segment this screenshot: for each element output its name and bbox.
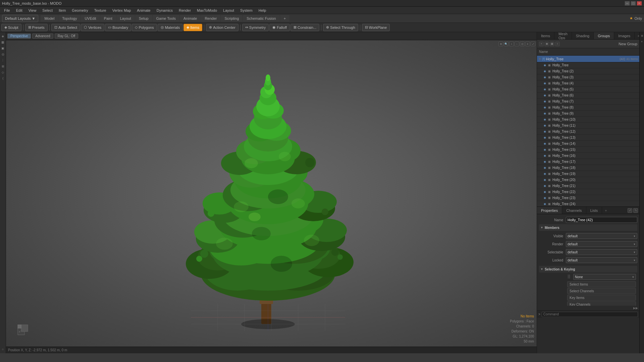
holly-tree-group[interactable]: ▼ [f] Holly_Tree (42) 41 Items	[537, 56, 639, 62]
tab-paint[interactable]: Paint	[100, 15, 116, 22]
advanced-button[interactable]: Advanced	[32, 34, 53, 39]
item-row[interactable]: ◉ ▦ Holly_Tree (15)	[537, 147, 639, 153]
select-through-button[interactable]: ⊕ Select Through	[323, 24, 358, 31]
menu-maxtomodo[interactable]: MaxToModo	[194, 8, 220, 13]
perspective-button[interactable]: Perspective	[7, 34, 31, 39]
left-btn-6[interactable]: ⊞	[0, 64, 6, 69]
group-add-icon[interactable]: +	[539, 42, 544, 46]
select-channels-button[interactable]: Select Channels	[567, 288, 636, 294]
selectable-dropdown[interactable]: default	[566, 249, 637, 255]
vp-btn-more[interactable]: ≡	[525, 42, 530, 46]
lists-tab[interactable]: Lists	[586, 207, 602, 214]
viewport-mini-cube[interactable]: F	[16, 323, 30, 337]
workplane-button[interactable]: ⊟ WorkPlane	[362, 24, 390, 31]
tab-items[interactable]: Items	[537, 32, 554, 39]
select-items-button[interactable]: Select Items	[567, 281, 636, 287]
channels-tab[interactable]: Channels	[562, 207, 586, 214]
menu-geometry[interactable]: Geometry	[69, 8, 91, 13]
vp-btn-settings[interactable]: ⚙	[498, 42, 503, 46]
keying-none-dropdown[interactable]: None	[573, 274, 636, 280]
tab-scripting[interactable]: Scripting	[221, 15, 243, 22]
item-row[interactable]: ◉ ▦ Holly_Tree (13)	[537, 135, 639, 141]
ray-gl-button[interactable]: Ray GL: Off	[55, 34, 78, 39]
item-row[interactable]: ◉ ▦ Holly_Tree (3)	[537, 74, 639, 80]
viewport-3d[interactable]: ⚙ 🔍 + − ⊡ ≡ ⤢ F No Items Polyg	[6, 40, 537, 347]
boundary-button[interactable]: ▭ Boundary	[105, 24, 131, 31]
expand-icon[interactable]: ▶▶	[633, 306, 638, 310]
materials-button[interactable]: ◎ Materials	[158, 24, 183, 31]
command-input[interactable]	[542, 312, 638, 317]
menu-texture[interactable]: Texture	[92, 8, 109, 13]
item-row[interactable]: ◉ ▦ Holly_Tree (6)	[537, 93, 639, 99]
vertices-button[interactable]: ⬡ Vertices	[81, 24, 104, 31]
vp-btn-frame[interactable]: ⊡	[520, 42, 525, 46]
menu-system[interactable]: System	[237, 8, 255, 13]
item-row[interactable]: ◉ ▦ Holly_Tree (19)	[537, 171, 639, 177]
item-row[interactable]: ◉ ▦ Holly_Tree (9)	[537, 111, 639, 117]
menu-help[interactable]: Help	[256, 8, 269, 13]
tab-images[interactable]: Images	[614, 32, 635, 39]
vp-btn-search[interactable]: 🔍	[504, 42, 508, 46]
item-row[interactable]: ◉ ▦ Holly_Tree (5)	[537, 86, 639, 93]
item-row[interactable]: ◉ ▦ Holly_Tree (22)	[537, 189, 639, 195]
group-info-icon[interactable]: i	[555, 42, 560, 46]
left-btn-5[interactable]: ⋮	[0, 58, 6, 63]
tab-topology[interactable]: Topology	[58, 15, 80, 22]
left-btn-1[interactable]: ◈	[0, 34, 6, 39]
name-prop-input[interactable]	[566, 217, 637, 223]
menu-file[interactable]: File	[1, 8, 13, 13]
tab-animate[interactable]: Animate	[180, 15, 201, 22]
item-row[interactable]: ◉ ▦ Holly_Tree (4)	[537, 80, 639, 86]
vp-btn-zoom-out[interactable]: −	[515, 42, 519, 46]
item-row[interactable]: ◉ ▦ Holly_Tree (24)	[537, 201, 639, 206]
window-controls[interactable]: ─ □ ✕	[625, 1, 642, 6]
visible-dropdown[interactable]: default	[566, 233, 637, 239]
item-row[interactable]: ◉ ▦ Holly_Tree (20)	[537, 177, 639, 183]
items-button[interactable]: ◈ Items	[183, 24, 202, 31]
tab-render[interactable]: Render	[201, 15, 220, 22]
left-btn-3[interactable]: ▣	[0, 46, 6, 51]
item-row[interactable]: ◉ ▦ Holly_Tree (10)	[537, 117, 639, 123]
tab-groups[interactable]: Groups	[594, 32, 614, 39]
tab-shading[interactable]: Shading	[572, 32, 594, 39]
item-row[interactable]: ◉ ▦ Holly_Tree (12)	[537, 129, 639, 135]
symmetry-button[interactable]: ⇔ Symmetry	[242, 24, 269, 31]
item-row[interactable]: ◉ ▦ Holly_Tree (23)	[537, 195, 639, 201]
menu-dynamics[interactable]: Dynamics	[154, 8, 175, 13]
maximize-button[interactable]: □	[631, 1, 636, 6]
tab-add[interactable]: +	[280, 15, 289, 22]
right-vtab-2[interactable]: ≡	[640, 39, 643, 44]
item-row[interactable]: ◉ ▦ Holly_Tree (8)	[537, 105, 639, 111]
menu-render[interactable]: Render	[176, 8, 194, 13]
item-row[interactable]: ◉ ▦ Holly_Tree (17)	[537, 159, 639, 165]
item-row[interactable]: ◉ ▦ Holly_Tree (11)	[537, 123, 639, 129]
sculpt-button[interactable]: ◈ Sculpt	[1, 24, 21, 31]
left-btn-8[interactable]: ⟨	[0, 76, 6, 81]
falloff-button[interactable]: ◉ Falloff	[269, 24, 290, 31]
menu-item[interactable]: Item	[56, 8, 68, 13]
group-mesh-icon[interactable]: ▦	[550, 42, 554, 46]
items-list[interactable]: ◉ ▦ Holly_Tree ◉ ▦ Holly_Tree (2) ◉ ▦ Ho…	[537, 62, 639, 206]
vp-btn-zoom-in[interactable]: +	[509, 42, 514, 46]
group-eye-icon[interactable]: ◉	[544, 42, 549, 46]
item-row[interactable]: ◉ ▦ Holly_Tree (2)	[537, 68, 639, 74]
left-btn-4[interactable]: ◎	[0, 52, 6, 57]
props-more-btn[interactable]: ⤡	[633, 208, 638, 213]
item-row[interactable]: ◉ ▦ Holly_Tree (18)	[537, 165, 639, 171]
action-center-button[interactable]: ⊕ Action Center	[206, 24, 238, 31]
right-vtab-1[interactable]: ⊞	[640, 33, 644, 39]
constrain-button[interactable]: ⊠ Constrain...	[290, 24, 319, 31]
tab-layout[interactable]: Layout	[116, 15, 135, 22]
polygons-button[interactable]: ◇ Polygons	[132, 24, 157, 31]
menu-edit[interactable]: Edit	[13, 8, 25, 13]
item-row[interactable]: ◉ ▦ Holly_Tree (16)	[537, 153, 639, 159]
tab-mesh-ops[interactable]: Mesh Ops	[554, 32, 572, 39]
auto-select-button[interactable]: ⊡ Auto Select	[51, 24, 80, 31]
menu-layout[interactable]: Layout	[220, 8, 237, 13]
props-tab-add[interactable]: +	[602, 207, 609, 214]
menu-view[interactable]: View	[26, 8, 39, 13]
props-tab[interactable]: Properties	[537, 207, 562, 214]
item-row[interactable]: ◉ ▦ Holly_Tree	[537, 62, 639, 68]
item-row[interactable]: ◉ ▦ Holly_Tree (14)	[537, 141, 639, 147]
key-channels-button[interactable]: Key Channels	[567, 301, 636, 306]
